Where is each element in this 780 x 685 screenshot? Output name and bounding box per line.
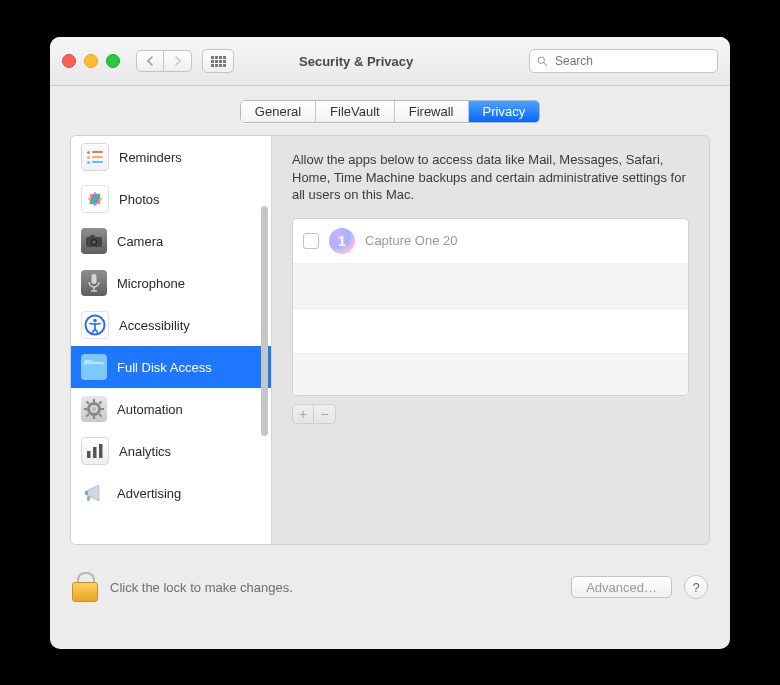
app-row-empty	[293, 264, 688, 309]
window-title: Security & Privacy	[299, 54, 413, 69]
sidebar-item-reminders[interactable]: Reminders	[71, 136, 271, 178]
sidebar-item-label: Camera	[117, 234, 163, 249]
category-description: Allow the apps below to access data like…	[292, 151, 689, 204]
svg-line-23	[87, 402, 89, 404]
tab-firewall[interactable]: Firewall	[395, 101, 469, 122]
close-window-button[interactable]	[62, 54, 76, 68]
megaphone-icon	[81, 480, 107, 506]
window-toolbar: Security & Privacy	[50, 37, 730, 86]
sidebar-item-label: Analytics	[119, 444, 171, 459]
svg-line-24	[99, 414, 101, 416]
app-icon: 1	[329, 228, 355, 254]
gear-icon	[81, 396, 107, 422]
tab-privacy[interactable]: Privacy	[469, 101, 540, 122]
sidebar-item-label: Reminders	[119, 150, 182, 165]
svg-rect-30	[99, 444, 103, 458]
svg-rect-28	[87, 451, 91, 458]
svg-point-27	[92, 407, 96, 411]
sidebar-item-advertising[interactable]: Advertising	[71, 472, 271, 514]
minimize-window-button[interactable]	[84, 54, 98, 68]
sidebar-scrollbar[interactable]	[261, 206, 268, 436]
app-checkbox[interactable]	[303, 233, 319, 249]
sidebar-item-label: Automation	[117, 402, 183, 417]
svg-point-10	[92, 240, 95, 243]
privacy-category-sidebar: Reminders Photos Camera	[71, 136, 272, 544]
help-button[interactable]: ?	[684, 575, 708, 599]
privacy-panel: Reminders Photos Camera	[70, 135, 710, 545]
zoom-window-button[interactable]	[106, 54, 120, 68]
app-list: 1 Capture One 20	[292, 218, 689, 396]
forward-button[interactable]	[164, 50, 192, 72]
tab-bar: General FileVault Firewall Privacy	[50, 86, 730, 135]
svg-rect-17	[84, 364, 104, 375]
add-app-button[interactable]: +	[292, 404, 314, 424]
sidebar-item-analytics[interactable]: Analytics	[71, 430, 271, 472]
security-privacy-window: Security & Privacy General FileVault Fir…	[50, 37, 730, 649]
sidebar-item-automation[interactable]: Automation	[71, 388, 271, 430]
tab-general[interactable]: General	[241, 101, 316, 122]
sidebar-item-label: Photos	[119, 192, 159, 207]
sidebar-item-camera[interactable]: Camera	[71, 220, 271, 262]
svg-line-1	[544, 63, 547, 66]
sidebar-item-label: Microphone	[117, 276, 185, 291]
reminders-icon	[81, 143, 109, 171]
sidebar-item-label: Advertising	[117, 486, 181, 501]
lock-hint-text: Click the lock to make changes.	[110, 580, 293, 595]
sidebar-item-label: Full Disk Access	[117, 360, 212, 375]
svg-rect-29	[93, 447, 97, 458]
search-field[interactable]	[529, 49, 718, 73]
accessibility-icon	[81, 311, 109, 339]
show-all-button[interactable]	[202, 49, 234, 73]
svg-rect-8	[90, 235, 95, 238]
sidebar-item-label: Accessibility	[119, 318, 190, 333]
svg-line-26	[87, 414, 89, 416]
svg-line-25	[99, 402, 101, 404]
app-row[interactable]: 1 Capture One 20	[293, 219, 688, 264]
photos-icon	[81, 185, 109, 213]
sidebar-item-microphone[interactable]: Microphone	[71, 262, 271, 304]
traffic-lights	[62, 54, 120, 68]
app-row-empty	[293, 309, 688, 354]
tab-filevault[interactable]: FileVault	[316, 101, 395, 122]
window-footer: Click the lock to make changes. Advanced…	[50, 557, 730, 617]
bar-chart-icon	[81, 437, 109, 465]
folder-icon	[81, 354, 107, 380]
app-name: Capture One 20	[365, 233, 458, 248]
svg-point-16	[93, 319, 97, 323]
sidebar-item-accessibility[interactable]: Accessibility	[71, 304, 271, 346]
app-row-empty	[293, 354, 688, 396]
sidebar-item-photos[interactable]: Photos	[71, 178, 271, 220]
camera-icon	[81, 228, 107, 254]
add-remove-controls: + −	[292, 404, 689, 424]
advanced-button[interactable]: Advanced…	[571, 576, 672, 598]
microphone-icon	[81, 270, 107, 296]
sidebar-item-full-disk-access[interactable]: Full Disk Access	[71, 346, 271, 388]
category-detail-pane: Allow the apps below to access data like…	[272, 136, 709, 544]
search-icon	[536, 55, 548, 67]
remove-app-button[interactable]: −	[314, 404, 336, 424]
lock-icon[interactable]	[72, 572, 98, 602]
back-button[interactable]	[136, 50, 164, 72]
svg-rect-31	[87, 496, 90, 501]
svg-rect-11	[92, 274, 97, 284]
nav-back-forward	[136, 50, 192, 72]
search-input[interactable]	[553, 53, 711, 69]
